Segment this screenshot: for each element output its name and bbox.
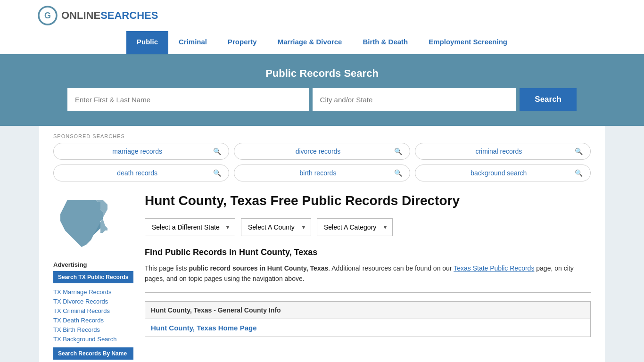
sidebar-link-criminal[interactable]: TX Criminal Records	[53, 307, 110, 314]
sponsored-text: birth records	[242, 169, 394, 177]
county-select[interactable]: Select A County	[241, 218, 311, 236]
nav-public[interactable]: Public	[126, 31, 168, 54]
name-input[interactable]	[67, 88, 309, 111]
header: G ONLINESEARCHES	[0, 0, 644, 31]
sponsored-text: marriage records	[61, 148, 213, 155]
sidebar-link-divorce[interactable]: TX Divorce Records	[53, 298, 108, 305]
county-home-page-link[interactable]: Hunt County, Texas Home Page	[145, 319, 591, 337]
texas-map-icon	[53, 193, 115, 254]
search-icon: 🔍	[575, 169, 583, 177]
intro-paragraph: This page lists public record sources in…	[145, 263, 591, 284]
sponsored-text: background search	[423, 169, 575, 177]
sponsored-item[interactable]: background search 🔍	[415, 165, 591, 181]
county-dropdown-wrapper: Select A County	[241, 218, 311, 236]
sidebar-link-background[interactable]: TX Background Search	[53, 336, 116, 343]
content-area: Advertising Search TX Public Records TX …	[53, 193, 591, 360]
sidebar-search-btn[interactable]: Search TX Public Records	[53, 271, 133, 283]
logo-icon: G	[38, 6, 58, 25]
sponsored-grid: marriage records 🔍 divorce records 🔍 cri…	[53, 143, 591, 181]
sponsored-text: divorce records	[242, 148, 394, 155]
sponsored-text: criminal records	[423, 148, 575, 155]
category-select[interactable]: Select A Category	[317, 218, 393, 236]
sponsored-item[interactable]: birth records 🔍	[234, 165, 410, 181]
search-form: Search	[67, 88, 577, 111]
sponsored-item[interactable]: divorce records 🔍	[234, 143, 410, 160]
search-banner-title: Public Records Search	[38, 67, 606, 80]
sidebar-link-death[interactable]: TX Death Records	[53, 317, 104, 324]
intro-text-before: This page lists	[145, 264, 189, 272]
article: Hunt County, Texas Free Public Records D…	[145, 193, 591, 360]
find-heading: Find Public Records in Hunt County, Texa…	[145, 247, 591, 257]
sponsored-item[interactable]: marriage records 🔍	[53, 143, 229, 160]
main-nav: Public Criminal Property Marriage & Divo…	[0, 31, 644, 54]
search-button[interactable]: Search	[520, 88, 577, 111]
search-icon: 🔍	[575, 148, 583, 155]
logo[interactable]: G ONLINESEARCHES	[38, 6, 158, 25]
article-title: Hunt County, Texas Free Public Records D…	[145, 193, 591, 209]
nav-property[interactable]: Property	[217, 31, 267, 54]
texas-records-link[interactable]: Texas State Public Records	[454, 264, 534, 272]
nav-marriage-divorce[interactable]: Marriage & Divorce	[267, 31, 353, 54]
state-dropdown-wrapper: Select a Different State	[145, 218, 235, 236]
search-banner: Public Records Search Search	[0, 54, 644, 126]
sidebar-link-marriage[interactable]: TX Marriage Records	[53, 288, 112, 296]
sponsored-item[interactable]: death records 🔍	[53, 165, 229, 181]
search-icon: 🔍	[394, 148, 402, 155]
divider	[145, 292, 591, 293]
sidebar: Advertising Search TX Public Records TX …	[53, 193, 133, 360]
county-general-info-title: Hunt County, Texas - General County Info	[145, 301, 591, 319]
sidebar-link-birth[interactable]: TX Birth Records	[53, 326, 100, 333]
sponsored-label: SPONSORED SEARCHES	[53, 133, 591, 139]
location-input[interactable]	[313, 88, 516, 111]
state-select[interactable]: Select a Different State	[145, 218, 235, 236]
sponsored-searches: SPONSORED SEARCHES marriage records 🔍 di…	[53, 133, 591, 181]
sidebar-ad-label: Advertising	[53, 261, 133, 268]
main-content: SPONSORED SEARCHES marriage records 🔍 di…	[39, 126, 605, 362]
sponsored-text: death records	[61, 169, 213, 177]
nav-birth-death[interactable]: Birth & Death	[352, 31, 418, 54]
logo-text: ONLINESEARCHES	[61, 9, 158, 22]
nav-criminal[interactable]: Criminal	[168, 31, 217, 54]
dropdowns-row: Select a Different State Select A County…	[145, 218, 591, 236]
search-icon: 🔍	[213, 169, 221, 177]
intro-bold: public record sources in Hunt County, Te…	[189, 264, 328, 272]
sidebar-links: TX Marriage Records TX Divorce Records T…	[53, 288, 133, 343]
sidebar-search-by-name-btn[interactable]: Search Records By Name	[53, 347, 133, 360]
sponsored-item[interactable]: criminal records 🔍	[415, 143, 591, 160]
intro-text-after: . Additional resources can be found on o…	[328, 264, 454, 272]
category-dropdown-wrapper: Select A Category	[317, 218, 393, 236]
nav-employment[interactable]: Employment Screening	[418, 31, 518, 54]
search-icon: 🔍	[394, 169, 402, 177]
search-icon: 🔍	[213, 148, 221, 155]
svg-text:G: G	[44, 11, 51, 20]
